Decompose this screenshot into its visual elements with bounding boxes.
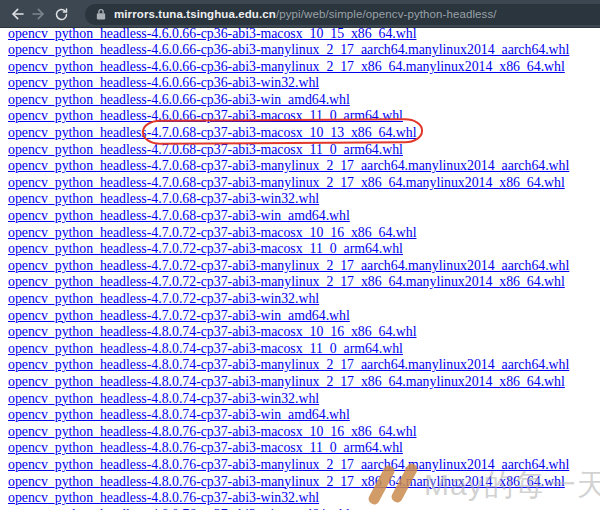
file-list: opencv_python_headless-4.6.0.66-cp36-abi… xyxy=(0,28,600,510)
wheel-file-link[interactable]: opencv_python_headless-4.8.0.76-cp37-abi… xyxy=(8,424,416,439)
file-row: opencv_python_headless-4.7.0.72-cp37-abi… xyxy=(8,273,600,290)
url-path: /pypi/web/simple/opencv-python-headless/ xyxy=(276,8,497,20)
wheel-file-link[interactable]: opencv_python_headless-4.8.0.74-cp37-abi… xyxy=(8,357,569,372)
wheel-file-link[interactable]: opencv_python_headless-4.7.0.72-cp37-abi… xyxy=(8,258,569,273)
file-row: opencv_python_headless-4.7.0.68-cp37-abi… xyxy=(8,207,600,224)
wheel-file-link[interactable]: opencv_python_headless-4.7.0.72-cp37-abi… xyxy=(8,308,350,323)
file-row: opencv_python_headless-4.8.0.76-cp37-abi… xyxy=(8,473,600,490)
file-row: opencv_python_headless-4.8.0.76-cp37-abi… xyxy=(8,439,600,456)
file-row: opencv_python_headless-4.6.0.66-cp36-abi… xyxy=(8,91,600,108)
file-row: opencv_python_headless-4.7.0.68-cp37-abi… xyxy=(8,174,600,191)
back-arrow-icon xyxy=(9,6,25,22)
file-row: opencv_python_headless-4.8.0.76-cp37-abi… xyxy=(8,423,600,440)
file-row: opencv_python_headless-4.6.0.66-cp37-abi… xyxy=(8,107,600,124)
file-row: opencv_python_headless-4.7.0.68-cp37-abi… xyxy=(8,141,600,158)
wheel-file-link[interactable]: opencv_python_headless-4.8.0.74-cp37-abi… xyxy=(8,324,416,339)
file-row: opencv_python_headless-4.7.0.68-cp37-abi… xyxy=(8,190,600,207)
wheel-file-link[interactable]: opencv_python_headless-4.6.0.66-cp36-abi… xyxy=(8,92,350,107)
file-row: opencv_python_headless-4.8.0.74-cp37-abi… xyxy=(8,340,600,357)
wheel-file-link[interactable]: opencv_python_headless-4.6.0.66-cp37-abi… xyxy=(8,108,403,123)
wheel-file-link[interactable]: opencv_python_headless-4.8.0.76-cp37-abi… xyxy=(8,474,565,489)
wheel-file-link[interactable]: opencv_python_headless-4.8.0.76-cp37-abi… xyxy=(8,457,569,472)
wheel-file-link[interactable]: opencv_python_headless-4.8.0.74-cp37-abi… xyxy=(8,407,350,422)
reload-icon xyxy=(54,7,69,22)
wheel-file-link[interactable]: opencv_python_headless-4.6.0.66-cp36-abi… xyxy=(8,75,319,90)
wheel-file-link[interactable]: opencv_python_headless-4.7.0.72-cp37-abi… xyxy=(8,274,565,289)
file-row: opencv_python_headless-4.8.0.74-cp37-abi… xyxy=(8,390,600,407)
file-row: opencv_python_headless-4.8.0.74-cp37-abi… xyxy=(8,356,600,373)
file-row: opencv_python_headless-4.8.0.74-cp37-abi… xyxy=(8,406,600,423)
url-domain: mirrors.tuna.tsinghua.edu.cn xyxy=(114,8,276,20)
lock-icon[interactable] xyxy=(96,8,106,20)
wheel-file-link[interactable]: opencv_python_headless-4.6.0.66-cp36-abi… xyxy=(8,59,565,74)
wheel-file-link[interactable]: opencv_python_headless-4.8.0.74-cp37-abi… xyxy=(8,391,319,406)
url-text: mirrors.tuna.tsinghua.edu.cn/pypi/web/si… xyxy=(114,8,497,20)
wheel-file-link[interactable]: opencv_python_headless-4.7.0.68-cp37-abi… xyxy=(8,125,416,140)
file-row: opencv_python_headless-4.6.0.66-cp36-abi… xyxy=(8,41,600,58)
wheel-file-link[interactable]: opencv_python_headless-4.7.0.68-cp37-abi… xyxy=(8,208,350,223)
wheel-file-link[interactable]: opencv_python_headless-4.8.0.74-cp37-abi… xyxy=(8,374,565,389)
wheel-file-link[interactable]: opencv_python_headless-4.7.0.68-cp37-abi… xyxy=(8,191,319,206)
back-button[interactable] xyxy=(6,3,28,25)
wheel-file-link[interactable]: opencv_python_headless-4.7.0.68-cp37-abi… xyxy=(8,158,569,173)
file-row: opencv_python_headless-4.8.0.76-cp37-abi… xyxy=(8,489,600,506)
wheel-file-link[interactable]: opencv_python_headless-4.8.0.76-cp37-abi… xyxy=(8,490,319,505)
wheel-file-link[interactable]: opencv_python_headless-4.7.0.72-cp37-abi… xyxy=(8,291,319,306)
address-bar[interactable]: mirrors.tuna.tsinghua.edu.cn/pypi/web/si… xyxy=(85,4,600,25)
file-row: opencv_python_headless-4.8.0.76-cp37-abi… xyxy=(8,456,600,473)
wheel-file-link[interactable]: opencv_python_headless-4.6.0.66-cp36-abi… xyxy=(8,28,416,41)
wheel-file-link[interactable]: opencv_python_headless-4.7.0.72-cp37-abi… xyxy=(8,241,403,256)
file-row: opencv_python_headless-4.7.0.72-cp37-abi… xyxy=(8,307,600,324)
file-row: opencv_python_headless-4.7.0.68-cp37-abi… xyxy=(8,157,600,174)
wheel-file-link[interactable]: opencv_python_headless-4.7.0.68-cp37-abi… xyxy=(8,175,565,190)
file-row: opencv_python_headless-4.6.0.66-cp36-abi… xyxy=(8,28,600,41)
wheel-file-link[interactable]: opencv_python_headless-4.8.0.76-cp37-abi… xyxy=(8,440,403,455)
forward-arrow-icon xyxy=(31,6,47,22)
page-content: opencv_python_headless-4.6.0.66-cp36-abi… xyxy=(0,28,600,510)
wheel-file-link[interactable]: opencv_python_headless-4.8.0.74-cp37-abi… xyxy=(8,341,403,356)
wheel-file-link[interactable]: opencv_python_headless-4.7.0.68-cp37-abi… xyxy=(8,142,403,157)
file-row: opencv_python_headless-4.7.0.72-cp37-abi… xyxy=(8,240,600,257)
file-row: opencv_python_headless-4.6.0.66-cp36-abi… xyxy=(8,74,600,91)
file-row: opencv_python_headless-4.7.0.72-cp37-abi… xyxy=(8,257,600,274)
wheel-file-link[interactable]: opencv_python_headless-4.7.0.72-cp37-abi… xyxy=(8,225,416,240)
file-row: opencv_python_headless-4.7.0.72-cp37-abi… xyxy=(8,290,600,307)
reload-button[interactable] xyxy=(50,3,72,25)
red-oval-annotation: 4.7.0.68-cp37-abi3-macosx_10_13_x86_64.w… xyxy=(151,125,416,140)
file-row: opencv_python_headless-4.8.0.76-cp37-abi… xyxy=(8,506,600,510)
file-row: opencv_python_headless-4.8.0.74-cp37-abi… xyxy=(8,373,600,390)
browser-toolbar: mirrors.tuna.tsinghua.edu.cn/pypi/web/si… xyxy=(0,0,600,28)
browser-window: mirrors.tuna.tsinghua.edu.cn/pypi/web/si… xyxy=(0,0,600,510)
wheel-file-link[interactable]: opencv_python_headless-4.6.0.66-cp36-abi… xyxy=(8,42,569,57)
file-row: opencv_python_headless-4.8.0.74-cp37-abi… xyxy=(8,323,600,340)
file-row: opencv_python_headless-4.6.0.66-cp36-abi… xyxy=(8,58,600,75)
forward-button[interactable] xyxy=(28,3,50,25)
file-row: opencv_python_headless-4.7.0.68-cp37-abi… xyxy=(8,124,600,141)
file-row: opencv_python_headless-4.7.0.72-cp37-abi… xyxy=(8,224,600,241)
